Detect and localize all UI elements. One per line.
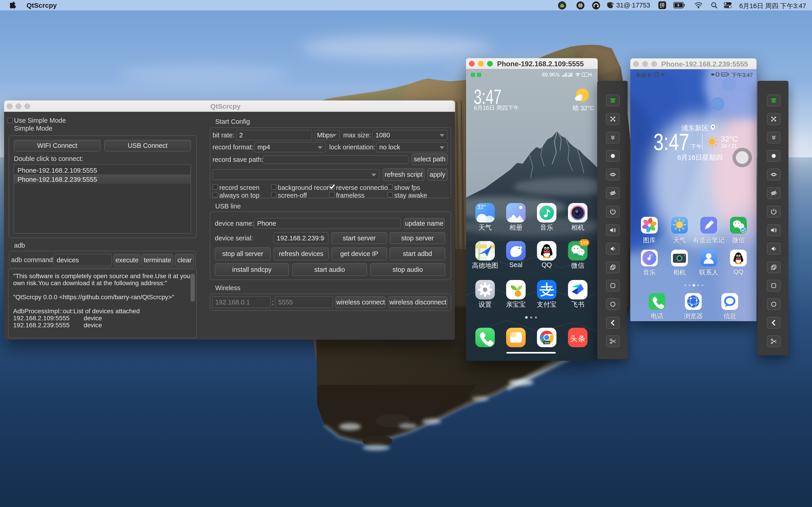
svg-text:5: 5	[584, 73, 586, 76]
svg-text:100: 100	[722, 73, 726, 76]
svg-text:Beta: Beta	[545, 341, 550, 344]
